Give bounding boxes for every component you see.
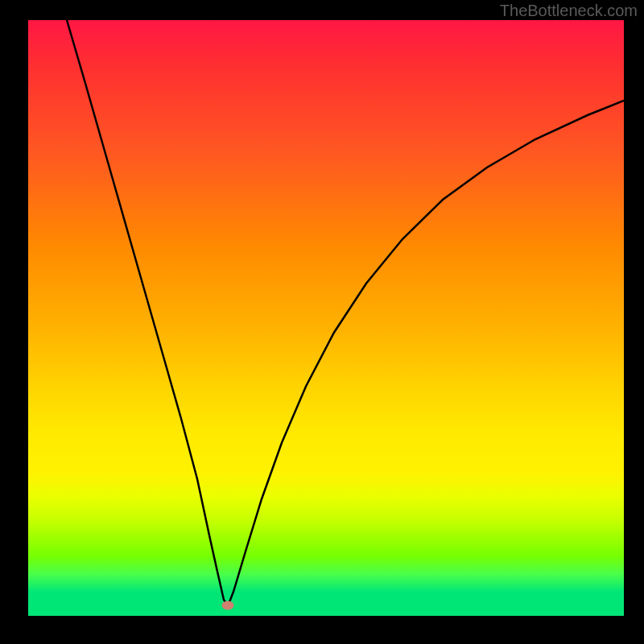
optimal-point-marker xyxy=(222,601,234,610)
plot-gradient-area xyxy=(28,20,624,616)
watermark-text: TheBottleneck.com xyxy=(500,2,638,20)
bottleneck-curve xyxy=(28,20,624,616)
